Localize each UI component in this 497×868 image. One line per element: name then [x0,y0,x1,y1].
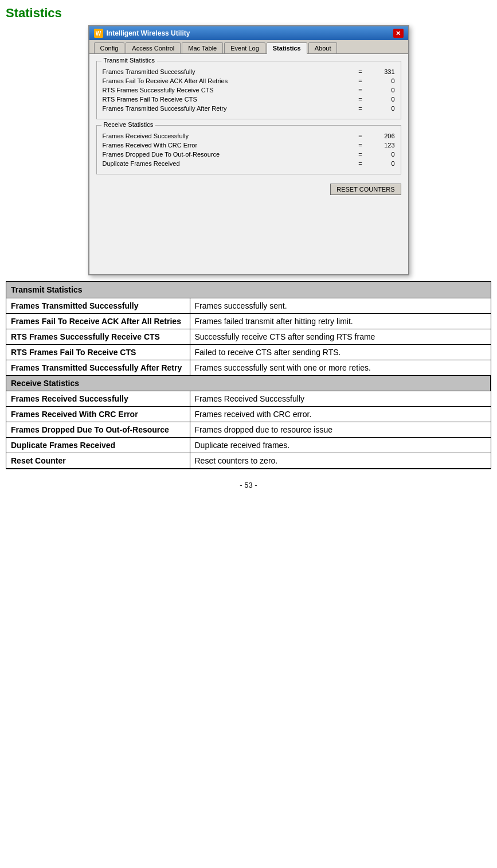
stat-name: Frames Fail To Receive ACK After All Ret… [103,77,355,84]
blank-area [96,198,401,267]
reset-counters-button[interactable]: RESET COUNTERS [330,184,401,195]
table-row: Frames Received With CRC Error Frames re… [6,407,491,422]
tab-config[interactable]: Config [94,42,125,53]
stat-row: Duplicate Frames Received = 0 [103,160,395,167]
screenshot-area: W Intelligent Wireless Utility ✕ Config … [0,25,497,275]
desc-cell: Reset counters to zero. [190,453,491,469]
stat-val: 123 [366,142,395,149]
stat-row: Frames Transmitted Successfully After Re… [103,105,395,112]
stat-name: Frames Transmitted Successfully After Re… [103,105,355,112]
stat-eq: = [355,160,366,167]
tab-statistics[interactable]: Statistics [267,42,307,54]
table-row: Duplicate Frames Received Duplicate rece… [6,438,491,453]
tab-event-log[interactable]: Event Log [224,42,265,53]
dialog-window: W Intelligent Wireless Utility ✕ Config … [88,25,409,275]
transmit-group-label: Transmit Statistics [101,57,157,64]
app-icon: W [94,29,103,38]
table-row: Frames Transmitted Successfully After Re… [6,360,491,376]
page-number: - 53 - [0,469,497,501]
desc-cell: Successfully receive CTS after sending R… [190,329,491,345]
stat-name: RTS Frames Fail To Receive CTS [103,96,355,103]
stat-val: 0 [366,151,395,158]
table-row: RTS Frames Fail To Receive CTS Failed to… [6,345,491,360]
desc-cell: Frames Received Successfully [190,391,491,407]
table-row: RTS Frames Successfully Receive CTS Succ… [6,329,491,345]
desc-cell: Duplicate received frames. [190,438,491,453]
stat-name: Frames Transmitted Successfully [103,68,355,75]
titlebar-left: W Intelligent Wireless Utility [94,29,190,38]
main-table-section: Transmit Statistics Frames Transmitted S… [6,281,491,469]
tab-access-control[interactable]: Access Control [126,42,181,53]
desc-cell: Frames failed transmit after hitting ret… [190,314,491,329]
stat-val: 0 [366,105,395,112]
term-cell: Reset Counter [6,453,190,469]
receive-stats-group: Receive Statistics Frames Received Succe… [96,125,401,174]
term-cell: Frames Received Successfully [6,391,190,407]
stat-eq: = [355,133,366,139]
dialog-titlebar: W Intelligent Wireless Utility ✕ [89,26,408,40]
stat-val: 331 [366,68,395,75]
table-row: Frames Transmitted Successfully Frames s… [6,298,491,314]
stat-val: 0 [366,77,395,84]
desc-cell: Frames dropped due to resource issue [190,422,491,438]
receive-subheader-row: Receive Statistics [6,376,491,391]
stat-row: RTS Frames Fail To Receive CTS = 0 [103,96,395,103]
stat-row: RTS Frames Successfully Receive CTS = 0 [103,87,395,94]
stat-name: Frames Dropped Due To Out-of-Resource [103,151,355,158]
stat-val: 0 [366,96,395,103]
receive-header-cell: Receive Statistics [6,376,491,391]
stat-row: Frames Fail To Receive ACK After All Ret… [103,77,395,84]
stat-eq: = [355,96,366,103]
desc-cell: Frames successfully sent with one or mor… [190,360,491,376]
table-row: Frames Fail To Receive ACK After All Ret… [6,314,491,329]
term-cell: RTS Frames Successfully Receive CTS [6,329,190,345]
term-cell: Duplicate Frames Received [6,438,190,453]
dialog-title: Intelligent Wireless Utility [107,29,190,37]
term-cell: Frames Transmitted Successfully [6,298,190,314]
stat-eq: = [355,87,366,94]
stat-row: Frames Transmitted Successfully = 331 [103,68,395,75]
stat-name: Duplicate Frames Received [103,160,355,167]
desc-cell: Frames successfully sent. [190,298,491,314]
transmit-header: Transmit Statistics [6,282,491,298]
desc-cell: Frames received with CRC error. [190,407,491,422]
receive-group-label: Receive Statistics [101,121,156,128]
close-button[interactable]: ✕ [393,29,404,38]
term-cell: Frames Received With CRC Error [6,407,190,422]
term-cell: Frames Fail To Receive ACK After All Ret… [6,314,190,329]
dialog-body: Transmit Statistics Frames Transmitted S… [89,54,408,274]
stat-eq: = [355,77,366,84]
stat-row: Frames Received With CRC Error = 123 [103,142,395,149]
stat-name: Frames Received With CRC Error [103,142,355,149]
stat-val: 0 [366,87,395,94]
term-cell: RTS Frames Fail To Receive CTS [6,345,190,360]
stat-val: 206 [366,133,395,139]
stat-name: RTS Frames Successfully Receive CTS [103,87,355,94]
stat-eq: = [355,142,366,149]
stat-val: 0 [366,160,395,167]
term-cell: Frames Dropped Due To Out-of-Resource [6,422,190,438]
stat-name: Frames Received Successfully [103,133,355,139]
stat-eq: = [355,68,366,75]
tab-about[interactable]: About [308,42,338,53]
table-row: Frames Received Successfully Frames Rece… [6,391,491,407]
tab-mac-table[interactable]: Mac Table [182,42,223,53]
term-cell: Frames Transmitted Successfully After Re… [6,360,190,376]
page-title: Statistics [0,0,497,25]
desc-cell: Failed to receive CTS after sending RTS. [190,345,491,360]
dialog-tabs: Config Access Control Mac Table Event Lo… [89,40,408,54]
stat-eq: = [355,105,366,112]
stat-eq: = [355,151,366,158]
table-row: Reset Counter Reset counters to zero. [6,453,491,469]
reset-btn-area: RESET COUNTERS [96,180,401,198]
transmit-table: Frames Transmitted Successfully Frames s… [6,298,491,469]
table-row: Frames Dropped Due To Out-of-Resource Fr… [6,422,491,438]
stat-row: Frames Dropped Due To Out-of-Resource = … [103,151,395,158]
stat-row: Frames Received Successfully = 206 [103,133,395,139]
transmit-stats-group: Transmit Statistics Frames Transmitted S… [96,61,401,119]
